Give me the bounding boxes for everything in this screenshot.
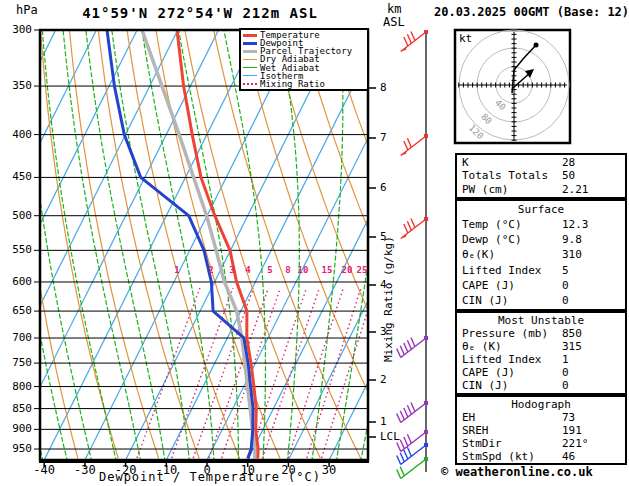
- wind-barb-feather: [404, 37, 408, 46]
- table-row-label: CIN (J): [462, 379, 562, 392]
- wind-barb-feather: [400, 440, 404, 449]
- wind-barb-column: [397, 30, 428, 479]
- skewt-sounding-page: hPa 41°59'N 272°54'W 212m ASL km ASL 20.…: [0, 0, 629, 486]
- wind-barb-feather: [397, 349, 401, 358]
- mixing-ratio-axis-label: Mixing Ratio (g/kg): [382, 222, 395, 362]
- wind-barb-feather: [407, 434, 411, 443]
- legend-swatch-parcel-trajectory: [243, 50, 257, 53]
- mixing-ratio-line: [192, 288, 254, 462]
- wind-barb-feather: [407, 447, 411, 456]
- pressure-tick-label: 800: [2, 380, 32, 393]
- wind-barb-feather: [407, 34, 411, 43]
- sounding-curves: [107, 30, 258, 459]
- pressure-tick-label: 550: [2, 243, 32, 256]
- wind-barb-feather: [404, 224, 408, 233]
- table-row-value: 5: [562, 264, 569, 277]
- table-row-value: 850: [562, 327, 582, 340]
- wind-barb: [401, 134, 428, 156]
- table-row-value: 50: [562, 169, 575, 182]
- lcl-label: LCL: [380, 430, 400, 443]
- isotherm-line: [248, 30, 463, 460]
- table-row-label: CIN (J): [462, 294, 562, 307]
- table-row-value: 73: [562, 411, 575, 424]
- wind-barb-feather: [411, 32, 415, 41]
- hodograph-trace-end-dot: [534, 43, 539, 48]
- temp-tick-label: -30: [74, 463, 96, 477]
- hodograph-unit-label: kt: [459, 32, 472, 45]
- table-row-value: 0: [562, 294, 569, 307]
- table-row-label: θₑ(K): [462, 248, 562, 261]
- mixing-ratio-label: 20: [342, 265, 353, 275]
- wind-barb-feather: [411, 403, 415, 412]
- table-row-label: EH: [462, 411, 562, 424]
- table-row: Dewp (°C)9.8: [457, 233, 625, 246]
- table-row: StmDir221°: [457, 437, 625, 450]
- mixing-ratio-label: 5: [267, 265, 272, 275]
- mixing-ratio-label: 10: [298, 265, 309, 275]
- km-tick-label: 2: [380, 373, 387, 386]
- table-row: CAPE (J)0: [457, 366, 625, 379]
- pressure-tick-label: 350: [2, 79, 32, 92]
- table-row: Lifted Index5: [457, 264, 625, 277]
- mixing-ratio-line: [170, 288, 233, 462]
- table-row-label: CAPE (J): [462, 366, 562, 379]
- wind-barb: [397, 457, 428, 479]
- dewpoint-curve: [107, 30, 253, 459]
- table-row-value: 0: [562, 379, 569, 392]
- table-row-value: 191: [562, 424, 582, 437]
- legend-item: Mixing Ratio: [243, 80, 367, 88]
- table-row: SREH191: [457, 424, 625, 437]
- wind-barb-feather: [397, 443, 401, 452]
- temp-tick-label: -10: [155, 463, 177, 477]
- wind-barb-feather: [397, 470, 401, 479]
- pressure-tick-label: 750: [2, 356, 32, 369]
- temp-tick-label: -20: [115, 463, 137, 477]
- table-row-value: 315: [562, 340, 582, 353]
- pressure-tick-label: 850: [2, 402, 32, 415]
- table-row-label: K: [462, 156, 562, 169]
- chart-legend: TemperatureDewpointParcel TrajectoryDry …: [239, 28, 369, 91]
- table-row-value: 28: [562, 156, 575, 169]
- wind-barb-feather: [407, 221, 411, 230]
- table-row-label: StmSpd (kt): [462, 450, 562, 463]
- pressure-tick-label: 950: [2, 442, 32, 455]
- table-row-label: θₑ (K): [462, 340, 562, 353]
- dry-adiabat-line: [214, 30, 361, 459]
- wind-barb-feather: [407, 405, 411, 414]
- wind-barb-feather: [404, 343, 408, 352]
- table-row-value: 46: [562, 450, 575, 463]
- wind-barb-feather: [404, 450, 408, 459]
- legend-swatch-temperature: [243, 34, 257, 37]
- legend-swatch-dry-adiabat: [243, 59, 257, 60]
- table-row: CIN (J)0: [457, 294, 625, 307]
- table-header: Most Unstable: [457, 314, 625, 327]
- wet-adiabat-line: [361, 24, 442, 462]
- km-tick-label: 7: [380, 131, 387, 144]
- table-row: Totals Totals50: [457, 169, 625, 182]
- wind-barb-feather: [400, 453, 404, 462]
- table-row-value: 221°: [562, 437, 589, 450]
- isotherm-line: [126, 30, 341, 460]
- table-header: Surface: [457, 203, 625, 216]
- temp-tick-label: -40: [33, 463, 55, 477]
- dry-adiabat-line: [272, 30, 442, 459]
- mixing-ratio-label: 25: [357, 265, 368, 275]
- table-row-label: Totals Totals: [462, 169, 562, 182]
- km-tick-label: 8: [380, 81, 387, 94]
- table-row-value: 310: [562, 248, 582, 261]
- wind-barb-feather: [407, 340, 411, 349]
- km-tick-label: 4: [380, 278, 387, 291]
- dry-adiabat-line: [156, 30, 280, 459]
- wind-barb-feather: [404, 141, 408, 150]
- pressure-tick-label: 450: [2, 170, 32, 183]
- mixing-ratio-label: 4: [245, 265, 250, 275]
- table-row-label: Pressure (mb): [462, 327, 562, 340]
- wind-barb-feather: [404, 437, 408, 446]
- table-row-value: 2.21: [562, 183, 589, 196]
- table-row-label: Temp (°C): [462, 218, 562, 231]
- wind-barb: [397, 401, 428, 423]
- altitude-axis-unit-asl: ASL: [383, 15, 405, 29]
- table-row: K28: [457, 156, 625, 169]
- wind-barb: [397, 336, 428, 358]
- table-row: StmSpd (kt)46: [457, 450, 625, 463]
